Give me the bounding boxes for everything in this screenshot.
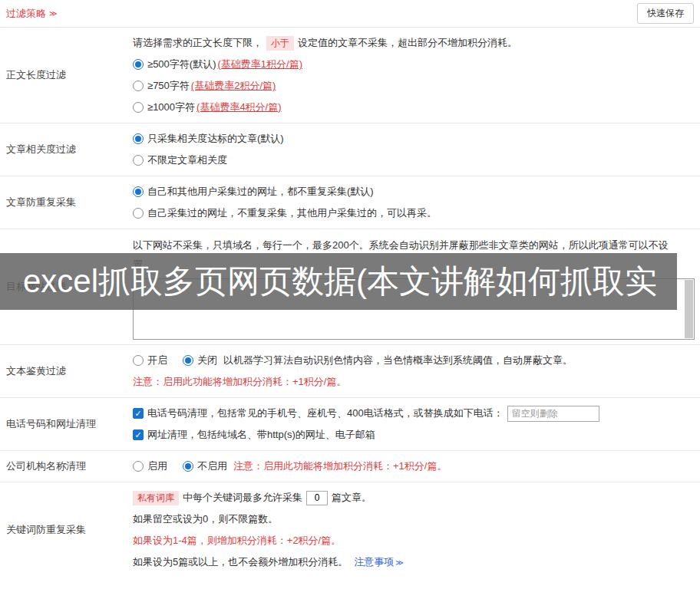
row-content-porn-filter: 开启 关闭 以机器学习算法自动识别色情内容，当色情概率达到系统阈值，自动屏蔽文章…: [133, 345, 700, 397]
checkbox-icon-url-cleanup[interactable]: [133, 429, 144, 440]
double-chevron-icon[interactable]: ≫: [395, 558, 403, 567]
keyword-note-5plus-line: 如果设为5篇或以上，也不会额外增加积分消耗。 注意事项 ≫: [133, 551, 695, 573]
fee-note: (基础费率2积分/篇): [191, 79, 276, 93]
option-label: 不限定文章相关度: [147, 153, 227, 167]
row-label-keyword: 关键词防重复采集: [0, 482, 133, 577]
keyword-limit-line: 私有词库 中每个关键词最多允许采集 篇文章。: [133, 487, 695, 508]
textarea-scrollbar[interactable]: [685, 280, 693, 338]
row-company-cleanup: 公司机构名称清理 启用 不启用 注意：启用此功能将增加积分消耗：+1积分/篇。: [0, 451, 700, 482]
company-cleanup-note: 注意：启用此功能将增加积分消耗：+1积分/篇。: [233, 459, 447, 473]
company-cleanup-options: 启用 不启用 注意：启用此功能将增加积分消耗：+1积分/篇。: [133, 456, 695, 477]
checkbox-icon-phone-cleanup[interactable]: [133, 408, 144, 419]
radio-icon-relevance-any[interactable]: [133, 155, 144, 166]
row-content-relevance: 只采集相关度达标的文章(默认) 不限定文章相关度: [133, 123, 700, 176]
option-label-porn-on: 开启: [147, 354, 167, 367]
url-cleanup-label: 网址清理，包括纯域名、带http(s)的网址、电子邮箱: [147, 428, 375, 442]
row-label-body-length: 正文长度过滤: [0, 28, 133, 123]
radio-icon-dedupe-self[interactable]: [133, 208, 144, 219]
option-label: 自己和其他用户采集过的网址，都不重复采集(默认): [147, 185, 374, 199]
row-relevance-filter: 文章相关度过滤 只采集相关度达标的文章(默认) 不限定文章相关度: [0, 123, 700, 176]
radio-option-dedupe-self[interactable]: 自己采集过的网址，不重复采集，其他用户采集过的，可以再采。: [133, 202, 695, 224]
row-body-length-filter: 正文长度过滤 请选择需求的正文长度下限， 小于 设定值的文章不采集，超出部分不增…: [0, 28, 700, 123]
radio-icon-company-off[interactable]: [183, 461, 193, 472]
row-dedupe-collection: 文章防重复采集 自己和其他用户采集过的网址，都不重复采集(默认) 自己采集过的网…: [0, 176, 700, 229]
radio-icon-dedupe-all[interactable]: [133, 186, 144, 197]
radio-option-dedupe-all[interactable]: 自己和其他用户采集过的网址，都不重复采集(默认): [133, 181, 695, 202]
option-label: 自己采集过的网址，不重复采集，其他用户采集过的，可以再采。: [147, 206, 437, 220]
option-label-porn-off: 关闭: [197, 354, 217, 367]
double-chevron-icon: ≫: [49, 9, 57, 18]
intro-text-post: 设定值的文章不采集，超出部分不增加积分消耗。: [298, 36, 517, 50]
intro-text-pre: 请选择需求的正文长度下限，: [133, 36, 262, 50]
radio-option-relevance-any[interactable]: 不限定文章相关度: [133, 150, 695, 171]
keyword-limit-text: 中每个关键词最多允许采集: [183, 491, 302, 505]
option-label: 只采集相关度达标的文章(默认): [147, 132, 284, 146]
url-cleanup-option: 网址清理，包括纯域名、带http(s)的网址、电子邮箱: [133, 424, 695, 446]
quick-save-button[interactable]: 快速保存: [637, 3, 694, 24]
body-length-intro: 请选择需求的正文长度下限， 小于 设定值的文章不采集，超出部分不增加积分消耗。: [133, 32, 695, 54]
radio-icon-750[interactable]: [133, 81, 144, 91]
row-content-company: 启用 不启用 注意：启用此功能将增加积分消耗：+1积分/篇。: [133, 451, 700, 482]
radio-icon-company-on[interactable]: [133, 461, 144, 472]
porn-filter-note: 注意：启用此功能将增加积分消耗：+1积分/篇。: [133, 371, 695, 393]
option-label: ≥500字符(默认): [147, 58, 216, 71]
row-content-body-length: 请选择需求的正文长度下限， 小于 设定值的文章不采集，超出部分不增加积分消耗。 …: [133, 28, 700, 123]
porn-filter-options: 开启 关闭 以机器学习算法自动识别色情内容，当色情概率达到系统阈值，自动屏蔽文章…: [133, 350, 695, 371]
fee-note: (基础费率1积分/篇): [217, 58, 302, 71]
phone-cleanup-label: 电话号码清理，包括常见的手机号、座机号、400电话格式，或替换成如下电话：: [147, 406, 504, 420]
row-label-company: 公司机构名称清理: [0, 451, 133, 482]
overlay-banner: excel抓取多页网页数据(本文讲解如何抓取实: [0, 253, 677, 310]
row-label-porn-filter: 文本鉴黄过滤: [0, 345, 133, 397]
radio-option-500[interactable]: ≥500字符(默认) (基础费率1积分/篇): [133, 54, 695, 75]
option-label: ≥750字符: [147, 79, 190, 93]
radio-icon-porn-on[interactable]: [133, 355, 144, 366]
fee-note: (基础费率4积分/篇): [196, 100, 282, 114]
option-label-company-off: 不启用: [197, 459, 227, 473]
row-phone-url-cleanup: 电话号码和网址清理 电话号码清理，包括常见的手机号、座机号、400电话格式，或替…: [0, 398, 700, 451]
radio-icon-500[interactable]: [133, 59, 144, 70]
private-lexicon-badge: 私有词库: [133, 491, 179, 505]
keyword-note-5plus: 如果设为5篇或以上，也不会额外增加积分消耗。: [133, 555, 348, 569]
row-label-phone-url: 电话号码和网址清理: [0, 398, 133, 450]
porn-filter-description: 以机器学习算法自动识别色情内容，当色情概率达到系统阈值，自动屏蔽文章。: [223, 354, 573, 367]
radio-icon-1000[interactable]: [133, 102, 144, 113]
notice-link[interactable]: 注意事项: [354, 555, 394, 569]
keyword-limit-text-end: 篇文章。: [332, 491, 371, 505]
less-than-badge: 小于: [266, 36, 294, 51]
radio-icon-porn-off[interactable]: [183, 355, 193, 366]
radio-option-750[interactable]: ≥750字符 (基础费率2积分/篇): [133, 75, 695, 97]
row-label-relevance: 文章相关度过滤: [0, 123, 133, 176]
keyword-note-1-4: 如果设为1-4篇，则增加积分消耗：+2积分/篇。: [133, 530, 695, 551]
phone-cleanup-option: 电话号码清理，包括常见的手机号、座机号、400电话格式，或替换成如下电话：: [133, 403, 695, 424]
page-title-text: 过滤策略: [6, 7, 46, 21]
radio-option-relevance-strict[interactable]: 只采集相关度达标的文章(默认): [133, 128, 695, 150]
page-title[interactable]: 过滤策略 ≫: [6, 7, 57, 21]
header: 过滤策略 ≫ 快速保存: [0, 0, 700, 28]
row-content-phone-url: 电话号码清理，包括常见的手机号、座机号、400电话格式，或替换成如下电话： 网址…: [133, 398, 700, 450]
keyword-count-input[interactable]: [306, 491, 328, 505]
radio-option-1000[interactable]: ≥1000字符 (基础费率4积分/篇): [133, 97, 695, 118]
row-content-keyword: 私有词库 中每个关键词最多允许采集 篇文章。 如果留空或设为0，则不限篇数。 如…: [133, 482, 700, 577]
row-label-dedupe: 文章防重复采集: [0, 176, 133, 229]
overlay-banner-text: excel抓取多页网页数据(本文讲解如何抓取实: [23, 265, 657, 298]
option-label-company-on: 启用: [147, 459, 167, 473]
option-label: ≥1000字符: [147, 100, 195, 114]
radio-icon-relevance-strict[interactable]: [133, 133, 144, 144]
filter-strategy-page: 过滤策略 ≫ 快速保存 正文长度过滤 请选择需求的正文长度下限， 小于 设定值的…: [0, 0, 700, 589]
row-keyword-dedupe: 关键词防重复采集 私有词库 中每个关键词最多允许采集 篇文章。 如果留空或设为0…: [0, 482, 700, 577]
row-porn-filter: 文本鉴黄过滤 开启 关闭 以机器学习算法自动识别色情内容，当色情概率达到系统阈值…: [0, 345, 700, 398]
replacement-phone-input[interactable]: [507, 406, 599, 422]
keyword-note-zero: 如果留空或设为0，则不限篇数。: [133, 508, 695, 530]
row-content-dedupe: 自己和其他用户采集过的网址，都不重复采集(默认) 自己采集过的网址，不重复采集，…: [133, 176, 700, 229]
